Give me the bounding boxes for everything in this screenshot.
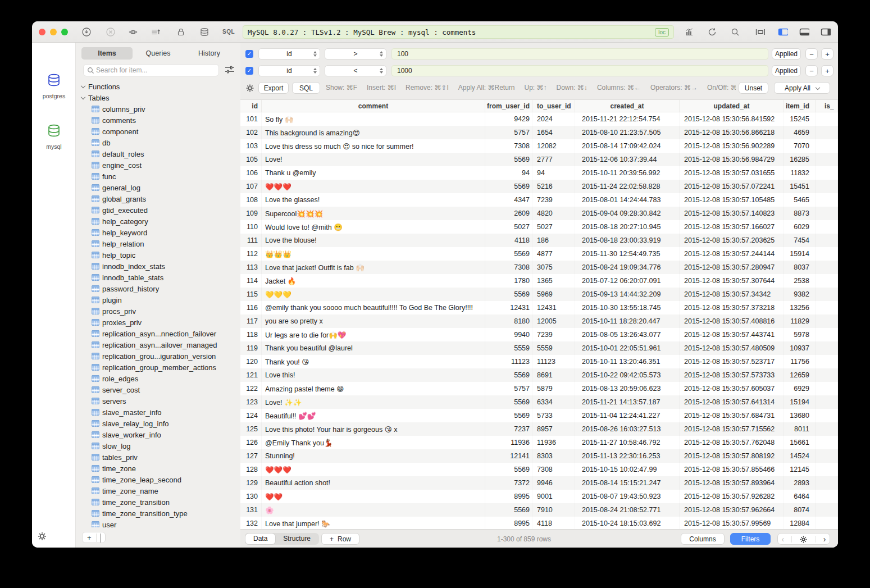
- sidebar-item-replication_asynnnection_failover[interactable]: replication_asyn...nnection_failover: [76, 328, 240, 339]
- cell-item-id[interactable]: 8873: [784, 207, 816, 220]
- cell-from-user-id[interactable]: 7308: [485, 261, 532, 274]
- table-row[interactable]: 107❤️❤️❤️556952162015-11-24 22:02:58.828…: [240, 180, 838, 193]
- cell-is[interactable]: [816, 368, 838, 382]
- column-header-from-user-id[interactable]: from_user_id: [485, 100, 532, 112]
- cell-item-id[interactable]: 15451: [784, 180, 816, 193]
- cell-updated-at[interactable]: 2015-12-08 15:30:57.307644: [680, 274, 784, 288]
- cell-item-id[interactable]: 16285: [784, 153, 816, 166]
- column-header-is[interactable]: is_: [816, 100, 838, 112]
- cell-comment[interactable]: Would love to! @mith 😬: [262, 220, 485, 234]
- toggle-bottom-panel-icon[interactable]: [799, 27, 809, 37]
- cell-from-user-id[interactable]: 5569: [485, 247, 532, 261]
- cell-from-user-id[interactable]: 5569: [485, 368, 532, 382]
- database-icon[interactable]: [199, 27, 209, 37]
- cell-id[interactable]: 115: [240, 288, 262, 301]
- cell-to-user-id[interactable]: 8691: [532, 368, 575, 382]
- cell-updated-at[interactable]: 2015-12-08 15:30:57.855466: [680, 463, 784, 476]
- cell-id[interactable]: 108: [240, 193, 262, 207]
- cell-is[interactable]: [816, 503, 838, 517]
- cell-to-user-id[interactable]: 8303: [532, 449, 575, 463]
- cell-item-id[interactable]: 10937: [784, 341, 816, 355]
- sidebar-item-replication_group_member_actions[interactable]: replication_group_member_actions: [76, 362, 240, 373]
- cell-from-user-id[interactable]: 5757: [485, 382, 532, 395]
- cell-from-user-id[interactable]: 5569: [485, 288, 532, 301]
- cell-from-user-id[interactable]: 4347: [485, 193, 532, 207]
- cell-from-user-id[interactable]: 7372: [485, 476, 532, 490]
- disconnect-icon[interactable]: [106, 27, 116, 37]
- refresh-icon[interactable]: [707, 27, 717, 37]
- cell-updated-at[interactable]: 2015-12-08 15:30:57.280947: [680, 261, 784, 274]
- cell-item-id[interactable]: 6029: [784, 220, 816, 234]
- sidebar-item-role_edges[interactable]: role_edges: [76, 373, 240, 384]
- cell-id[interactable]: 107: [240, 180, 262, 193]
- cell-is[interactable]: [816, 261, 838, 274]
- sidebar-item-general_log[interactable]: general_log: [76, 182, 240, 193]
- cell-comment[interactable]: Stunning!: [262, 449, 485, 463]
- cell-created-at[interactable]: 2015-10-24 18:15:03.692: [575, 517, 680, 529]
- cell-id[interactable]: 128: [240, 463, 262, 476]
- cell-to-user-id[interactable]: 94: [532, 166, 575, 180]
- sidebar-item-user[interactable]: user: [76, 519, 240, 527]
- cell-is[interactable]: [816, 247, 838, 261]
- cell-to-user-id[interactable]: 12005: [532, 314, 575, 328]
- connection-postgres[interactable]: postgres: [32, 72, 76, 99]
- cell-updated-at[interactable]: 2015-12-08 15:30:56.902289: [680, 139, 784, 153]
- table-row[interactable]: 126@Emily Thank you💃🏾11936119362015-11-2…: [240, 436, 838, 449]
- cell-id[interactable]: 109: [240, 207, 262, 220]
- tab-items[interactable]: Items: [81, 47, 133, 60]
- sidebar-item-time_zone_leap_second[interactable]: time_zone_leap_second: [76, 474, 240, 485]
- cell-from-user-id[interactable]: 7308: [485, 139, 532, 153]
- sidebar-item-replication_grouiguration_version[interactable]: replication_grou...iguration_version: [76, 350, 240, 362]
- cell-is[interactable]: [816, 166, 838, 180]
- cell-comment[interactable]: Love! ✨✨: [262, 395, 485, 409]
- cell-is[interactable]: [816, 355, 838, 368]
- cell-item-id[interactable]: 5978: [784, 328, 816, 341]
- cell-updated-at[interactable]: 2015-12-08 15:30:56.866218: [680, 126, 784, 139]
- cell-created-at[interactable]: 2015-08-26 16:03:27.513: [575, 422, 680, 436]
- cell-to-user-id[interactable]: 7308: [532, 463, 575, 476]
- filter-field-select[interactable]: id: [258, 48, 320, 60]
- cell-updated-at[interactable]: 2015-12-08 15:30:57.203625: [680, 234, 784, 247]
- sidebar-item-component[interactable]: component: [76, 126, 240, 137]
- cell-to-user-id[interactable]: 5216: [532, 180, 575, 193]
- cell-is[interactable]: [816, 234, 838, 247]
- add-item-button[interactable]: +: [83, 534, 97, 542]
- cell-comment[interactable]: ❤️❤️❤️: [262, 180, 485, 193]
- cell-to-user-id[interactable]: 5559: [532, 341, 575, 355]
- cell-comment[interactable]: So fly 🙌🏻: [262, 112, 485, 126]
- cell-is[interactable]: [816, 409, 838, 422]
- sidebar-item-procs_priv[interactable]: procs_priv: [76, 306, 240, 317]
- cell-updated-at[interactable]: 2015-12-08 15:30:57.926282: [680, 490, 784, 503]
- cell-item-id[interactable]: 15194: [784, 395, 816, 409]
- add-row-button[interactable]: + Row: [321, 533, 359, 545]
- cell-id[interactable]: 118: [240, 328, 262, 341]
- cell-item-id[interactable]: 7070: [784, 139, 816, 153]
- cell-updated-at[interactable]: 2015-12-08 15:30:57.962664: [680, 503, 784, 517]
- table-row[interactable]: 127Stunning!1214183032015-11-13 22:30:16…: [240, 449, 838, 463]
- cell-item-id[interactable]: 8037: [784, 261, 816, 274]
- cell-comment[interactable]: Ur legs are to die for🙌💖: [262, 328, 485, 341]
- fullwidth-icon[interactable]: [755, 27, 765, 37]
- cell-comment[interactable]: Thank u @emily: [262, 166, 485, 180]
- cell-from-user-id[interactable]: 5569: [485, 395, 532, 409]
- cell-id[interactable]: 116: [240, 301, 262, 314]
- filter-field-select[interactable]: id: [258, 65, 320, 76]
- cell-to-user-id[interactable]: 7239: [532, 328, 575, 341]
- cell-comment[interactable]: ❤️❤️❤️: [262, 463, 485, 476]
- cell-item-id[interactable]: 13680: [784, 409, 816, 422]
- cell-from-user-id[interactable]: 8995: [485, 490, 532, 503]
- cell-updated-at[interactable]: 2015-12-08 15:30:57.105485: [680, 193, 784, 207]
- sidebar-item-tables_priv[interactable]: tables_priv: [76, 452, 240, 463]
- item-search-box[interactable]: [83, 64, 219, 76]
- cell-from-user-id[interactable]: 5569: [485, 180, 532, 193]
- table-row[interactable]: 114Jacket 🔥178013652015-07-12 06:20:07.0…: [240, 274, 838, 288]
- cell-to-user-id[interactable]: 11123: [532, 355, 575, 368]
- cell-id[interactable]: 127: [240, 449, 262, 463]
- table-row[interactable]: 102This background is amazing😍5757165420…: [240, 126, 838, 139]
- cell-is[interactable]: [816, 517, 838, 529]
- cell-updated-at[interactable]: 2015-12-08 15:30:56.984729: [680, 153, 784, 166]
- cell-item-id[interactable]: 15661: [784, 436, 816, 449]
- cell-created-at[interactable]: 2015-12-06 10:37:39.44: [575, 153, 680, 166]
- connect-icon[interactable]: [81, 27, 92, 37]
- cell-comment[interactable]: Love!: [262, 153, 485, 166]
